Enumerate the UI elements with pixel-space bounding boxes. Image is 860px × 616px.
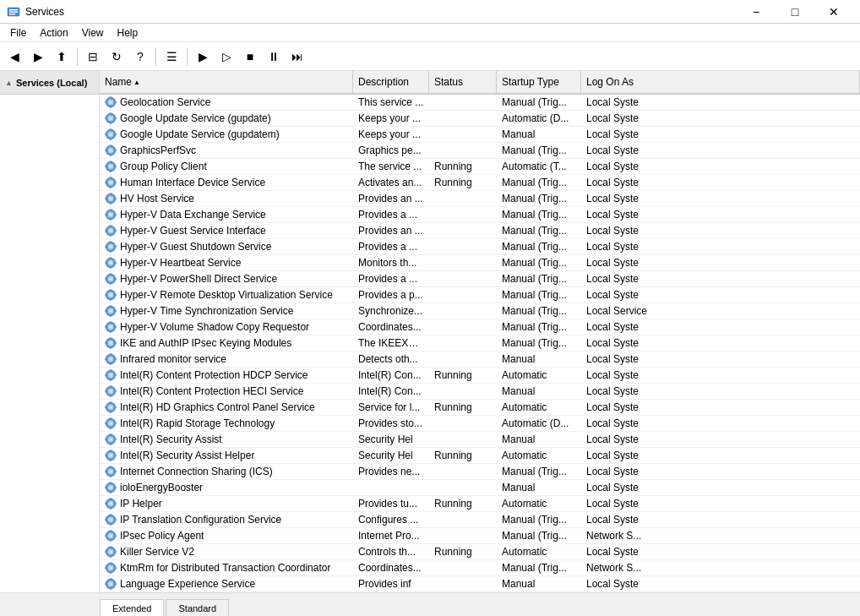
td-description: Provides tu... bbox=[353, 497, 429, 510]
svg-point-55 bbox=[109, 213, 112, 216]
th-status[interactable]: Status bbox=[429, 71, 497, 93]
th-logon[interactable]: Log On As bbox=[581, 71, 860, 93]
tab-standard[interactable]: Standard bbox=[166, 599, 229, 617]
table-row[interactable]: Hyper-V Data Exchange Service Provides a… bbox=[100, 207, 860, 223]
table-row[interactable]: Hyper-V Heartbeat Service Monitors th...… bbox=[100, 255, 860, 271]
table-row[interactable]: Hyper-V Guest Shutdown Service Provides … bbox=[100, 239, 860, 255]
td-status bbox=[429, 487, 497, 488]
service-icon bbox=[105, 369, 117, 381]
td-status bbox=[429, 471, 497, 472]
td-name: IKE and AuthIP IPsec Keying Modules bbox=[100, 336, 353, 350]
service-name-text: Intel(R) Content Protection HDCP Service bbox=[120, 369, 308, 381]
svg-point-34 bbox=[109, 165, 112, 168]
up-button[interactable]: ⬆ bbox=[51, 46, 73, 68]
td-startup: Manual (Trig... bbox=[497, 561, 581, 575]
table-row[interactable]: Intel(R) Security Assist Security Hel Ma… bbox=[100, 432, 860, 448]
table-row[interactable]: Intel(R) HD Graphics Control Panel Servi… bbox=[100, 400, 860, 416]
table-row[interactable]: IKE and AuthIP IPsec Keying Modules The … bbox=[100, 335, 860, 352]
play-button[interactable]: ▶ bbox=[192, 46, 214, 68]
th-startup[interactable]: Startup Type bbox=[497, 71, 581, 93]
window-controls: − □ ✕ bbox=[737, 0, 853, 24]
table-row[interactable]: Hyper-V Volume Shadow Copy Requestor Coo… bbox=[100, 319, 860, 335]
close-button[interactable]: ✕ bbox=[814, 0, 853, 24]
th-description[interactable]: Description bbox=[353, 71, 429, 93]
forward-button[interactable]: ▶ bbox=[27, 46, 49, 68]
tab-extended[interactable]: Extended bbox=[100, 599, 164, 617]
table-row[interactable]: ioloEnergyBooster Manual Local Syste bbox=[100, 480, 860, 496]
td-name: Intel(R) HD Graphics Control Panel Servi… bbox=[100, 401, 353, 414]
table-row[interactable]: KtmRm for Distributed Transaction Coordi… bbox=[100, 560, 860, 576]
stop-button[interactable]: ■ bbox=[239, 46, 261, 68]
service-name-text: Internet Connection Sharing (ICS) bbox=[120, 466, 273, 477]
help-button[interactable]: ? bbox=[129, 46, 151, 68]
table-row[interactable]: Hyper-V Guest Service Interface Provides… bbox=[100, 223, 860, 239]
menu-view[interactable]: View bbox=[75, 25, 111, 41]
td-status bbox=[429, 390, 497, 392]
table-row[interactable]: IP Translation Configuration Service Con… bbox=[100, 512, 860, 528]
service-icon bbox=[105, 466, 117, 477]
restart-button[interactable]: ⏭ bbox=[286, 46, 308, 68]
menu-help[interactable]: Help bbox=[111, 25, 145, 41]
table-row[interactable]: Infrared monitor service Detects oth... … bbox=[100, 352, 860, 368]
service-icon bbox=[105, 385, 117, 397]
table-row[interactable]: Google Update Service (gupdatem) Keeps y… bbox=[100, 127, 860, 143]
th-name[interactable]: Name ▲ bbox=[100, 71, 353, 93]
td-status: Running bbox=[429, 497, 497, 510]
table-row[interactable]: Language Experience Service Provides inf… bbox=[100, 576, 860, 592]
table-row[interactable]: Google Update Service (gupdate) Keeps yo… bbox=[100, 111, 860, 127]
td-logon: Local Syste bbox=[581, 465, 860, 478]
table-row[interactable]: IP Helper Provides tu... Running Automat… bbox=[100, 496, 860, 512]
pause-button[interactable]: ⏸ bbox=[263, 46, 285, 68]
service-name-text: Intel(R) Content Protection HECI Service bbox=[120, 385, 303, 397]
td-name: GraphicsPerfSvc bbox=[100, 144, 353, 157]
minimize-button[interactable]: − bbox=[737, 0, 776, 24]
table-row[interactable]: Intel(R) Security Assist Helper Security… bbox=[100, 448, 860, 464]
td-name: Killer Service V2 bbox=[100, 545, 353, 559]
back-button[interactable]: ◀ bbox=[3, 46, 25, 68]
td-name: Geolocation Service bbox=[100, 95, 353, 109]
service-icon bbox=[105, 289, 117, 301]
td-logon: Local Syste bbox=[581, 95, 860, 109]
menu-file[interactable]: File bbox=[3, 25, 33, 41]
menu-action[interactable]: Action bbox=[33, 25, 74, 41]
table-row[interactable]: Group Policy Client The service ... Runn… bbox=[100, 159, 860, 175]
td-startup: Manual (Trig... bbox=[497, 513, 581, 526]
table-row[interactable]: Hyper-V Remote Desktop Virtualization Se… bbox=[100, 287, 860, 303]
td-logon: Local Syste bbox=[581, 368, 860, 382]
service-icon bbox=[105, 546, 117, 558]
td-status bbox=[429, 535, 497, 537]
table-body[interactable]: Geolocation Service This service ... Man… bbox=[100, 95, 860, 592]
service-icon bbox=[105, 401, 117, 413]
td-description: Coordinates... bbox=[353, 320, 429, 334]
table-row[interactable]: Killer Service V2 Controls th... Running… bbox=[100, 544, 860, 560]
td-name: ioloEnergyBooster bbox=[100, 481, 353, 494]
td-description: Provides a p... bbox=[353, 288, 429, 302]
service-icon bbox=[105, 112, 117, 124]
view-list-button[interactable]: ☰ bbox=[161, 46, 182, 68]
td-logon: Local Syste bbox=[581, 384, 860, 398]
table-row[interactable]: Hyper-V Time Synchronization Service Syn… bbox=[100, 303, 860, 319]
td-status bbox=[429, 358, 497, 360]
table-row[interactable]: HV Host Service Provides an ... Manual (… bbox=[100, 191, 860, 207]
play2-button[interactable]: ▷ bbox=[215, 46, 237, 68]
table-row[interactable]: IPsec Policy Agent Internet Pro... Manua… bbox=[100, 528, 860, 544]
td-logon: Local Syste bbox=[581, 288, 860, 302]
td-description: Intel(R) Con... bbox=[353, 384, 429, 398]
service-name-text: Hyper-V Heartbeat Service bbox=[120, 257, 241, 269]
td-logon: Local Syste bbox=[581, 240, 860, 253]
table-row[interactable]: Geolocation Service This service ... Man… bbox=[100, 95, 860, 111]
svg-point-160 bbox=[109, 454, 112, 457]
refresh-button[interactable]: ↻ bbox=[106, 46, 128, 68]
sidebar-header[interactable]: ▲ Services (Local) bbox=[0, 71, 99, 95]
table-row[interactable]: Intel(R) Content Protection HECI Service… bbox=[100, 384, 860, 400]
table-row[interactable]: GraphicsPerfSvc Graphics pe... Manual (T… bbox=[100, 143, 860, 159]
service-icon bbox=[105, 257, 117, 269]
table-row[interactable]: Human Interface Device Service Activates… bbox=[100, 175, 860, 191]
showhide-button[interactable]: ⊟ bbox=[82, 46, 104, 68]
maximize-button[interactable]: □ bbox=[776, 0, 814, 24]
table-row[interactable]: Intel(R) Rapid Storage Technology Provid… bbox=[100, 416, 860, 432]
table-row[interactable]: Intel(R) Content Protection HDCP Service… bbox=[100, 368, 860, 384]
td-logon: Local Syste bbox=[581, 401, 860, 414]
table-row[interactable]: Hyper-V PowerShell Direct Service Provid… bbox=[100, 271, 860, 287]
table-row[interactable]: Internet Connection Sharing (ICS) Provid… bbox=[100, 464, 860, 480]
